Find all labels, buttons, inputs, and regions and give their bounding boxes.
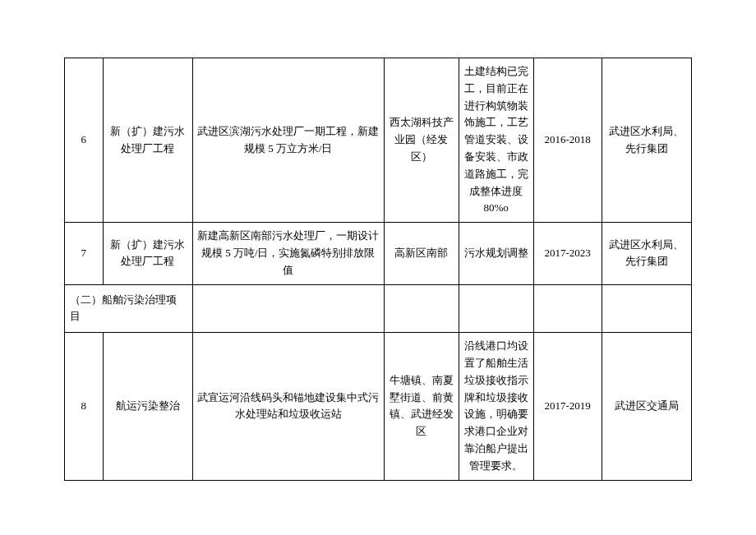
cell-loc: 高新区南部 xyxy=(384,223,459,284)
empty-cell xyxy=(192,284,384,333)
section-header-row: （二）船舶污染治理项目 xyxy=(65,284,692,333)
cell-loc: 牛塘镇、南夏墅街道、前黄镇、武进经发区 xyxy=(384,333,459,480)
cell-num: 8 xyxy=(65,333,104,480)
cell-status: 沿线港口均设置了船舶生活垃圾接收指示牌和垃圾接收设施，明确要求港口企业对靠泊船户… xyxy=(459,333,533,480)
cell-name: 航运污染整治 xyxy=(103,333,192,480)
cell-dept: 武进区水利局、先行集团 xyxy=(602,58,691,223)
table-row: 8 航运污染整治 武宜运河沿线码头和锚地建设集中式污水处理站和垃圾收运站 牛塘镇… xyxy=(65,333,692,480)
cell-period: 2016-2018 xyxy=(533,58,602,223)
empty-cell xyxy=(384,284,459,333)
empty-cell xyxy=(602,284,691,333)
cell-status: 土建结构已完工，目前正在进行构筑物装饰施工，工艺管道安装、设备安装、市政道路施工… xyxy=(459,58,533,223)
project-table: 6 新（扩）建污水处理厂工程 武进区滨湖污水处理厂一期工程，新建规模 5 万立方… xyxy=(64,58,692,481)
cell-num: 6 xyxy=(65,58,104,223)
cell-name: 新（扩）建污水处理厂工程 xyxy=(103,58,192,223)
empty-cell xyxy=(533,284,602,333)
cell-desc: 新建高新区南部污水处理厂，一期设计规模 5 万吨/日，实施氮磷特别排放限值 xyxy=(192,223,384,284)
table-row: 6 新（扩）建污水处理厂工程 武进区滨湖污水处理厂一期工程，新建规模 5 万立方… xyxy=(65,58,692,223)
cell-dept: 武进区交通局 xyxy=(602,333,691,480)
cell-loc: 西太湖科技产业园（经发区） xyxy=(384,58,459,223)
cell-status: 污水规划调整 xyxy=(459,223,533,284)
cell-period: 2017-2019 xyxy=(533,333,602,480)
cell-dept: 武进区水利局、先行集团 xyxy=(602,223,691,284)
section-header-cell: （二）船舶污染治理项目 xyxy=(65,284,193,333)
table-row: 7 新（扩）建污水处理厂工程 新建高新区南部污水处理厂，一期设计规模 5 万吨/… xyxy=(65,223,692,284)
cell-name: 新（扩）建污水处理厂工程 xyxy=(103,223,192,284)
cell-num: 7 xyxy=(65,223,104,284)
cell-desc: 武进区滨湖污水处理厂一期工程，新建规模 5 万立方米/日 xyxy=(192,58,384,223)
cell-desc: 武宜运河沿线码头和锚地建设集中式污水处理站和垃圾收运站 xyxy=(192,333,384,480)
cell-period: 2017-2023 xyxy=(533,223,602,284)
empty-cell xyxy=(459,284,533,333)
